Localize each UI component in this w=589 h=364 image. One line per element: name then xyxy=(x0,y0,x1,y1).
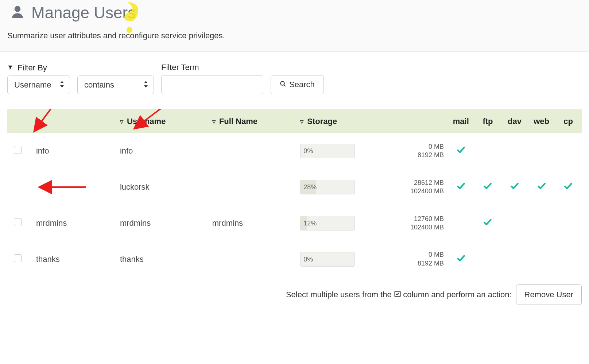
filter-term-label: Filter Term xyxy=(161,63,263,72)
storage-progress: 12% xyxy=(300,216,355,231)
account-cell: info xyxy=(32,133,116,169)
page-subtitle: Summarize user attributes and reconfigur… xyxy=(7,31,582,40)
account-cell: mrdmins xyxy=(32,205,116,241)
check-icon xyxy=(563,183,573,193)
username-cell[interactable]: info xyxy=(116,133,209,169)
storage-text: 12760 MB102400 MB xyxy=(372,215,444,232)
col-fullname[interactable]: ▽ Full Name xyxy=(209,109,297,133)
funnel-icon xyxy=(7,63,13,73)
filter-by-label: Filter By xyxy=(7,63,70,73)
col-web[interactable]: web xyxy=(528,109,555,133)
svc-cp-cell[interactable] xyxy=(555,133,582,169)
row-checkbox[interactable] xyxy=(14,218,22,226)
username-cell[interactable]: mrdmins xyxy=(116,205,209,241)
page-title: Manage Users xyxy=(31,4,136,22)
svc-ftp-cell[interactable] xyxy=(474,205,501,241)
svc-ftp-cell[interactable] xyxy=(474,169,501,205)
search-icon xyxy=(280,80,286,89)
checkbox-icon xyxy=(394,291,403,299)
svc-ftp-cell[interactable] xyxy=(474,133,501,169)
check-icon xyxy=(510,183,519,193)
svc-ftp-cell[interactable] xyxy=(474,241,501,277)
search-button[interactable]: Search xyxy=(271,75,324,94)
col-dav[interactable]: dav xyxy=(501,109,528,133)
svc-dav-cell[interactable] xyxy=(501,133,528,169)
table-row: luckorsk28%28612 MB102400 MB xyxy=(7,169,582,205)
col-mail[interactable]: mail xyxy=(447,109,474,133)
filter-op-select[interactable]: contains xyxy=(77,75,154,94)
storage-text: 0 MB8192 MB xyxy=(372,143,444,160)
svc-mail-cell[interactable] xyxy=(447,241,474,277)
fullname-cell: mrdmins xyxy=(209,205,297,241)
sort-triangle-icon: ▽ xyxy=(120,119,123,124)
fullname-cell xyxy=(209,133,297,169)
storage-text: 0 MB8192 MB xyxy=(372,251,444,268)
page-header: Manage Users Summarize user attributes a… xyxy=(0,0,589,52)
svc-dav-cell[interactable] xyxy=(501,169,528,205)
storage-text: 28612 MB102400 MB xyxy=(372,179,444,196)
col-storage[interactable]: ▽ Storage xyxy=(297,109,368,133)
svg-line-3 xyxy=(284,85,286,86)
check-icon xyxy=(537,183,546,193)
svg-point-0 xyxy=(15,6,21,12)
users-table-wrap: ▽ Username ▽ Full Name ▽ Storage mail ft… xyxy=(0,109,589,277)
row-checkbox[interactable] xyxy=(14,254,22,262)
check-icon xyxy=(456,147,466,156)
remove-user-button[interactable]: Remove User xyxy=(516,284,582,305)
svc-web-cell[interactable] xyxy=(528,169,555,205)
svc-cp-cell[interactable] xyxy=(555,241,582,277)
sort-triangle-icon: ▽ xyxy=(212,119,216,124)
storage-progress: 28% xyxy=(300,180,355,194)
user-icon xyxy=(10,4,25,21)
storage-progress: 0% xyxy=(300,144,355,158)
account-cell xyxy=(32,169,116,205)
storage-progress: 0% xyxy=(300,252,355,267)
svc-dav-cell[interactable] xyxy=(501,241,528,277)
svc-mail-cell[interactable] xyxy=(447,133,474,169)
username-cell[interactable]: luckorsk xyxy=(116,169,209,205)
check-icon xyxy=(483,220,492,229)
table-row: thanksthanks0%0 MB8192 MB xyxy=(7,241,582,277)
col-username[interactable]: ▽ Username xyxy=(116,109,209,133)
table-row: infoinfo0%0 MB8192 MB xyxy=(7,133,582,169)
svc-web-cell[interactable] xyxy=(528,133,555,169)
table-row: mrdminsmrdminsmrdmins12%12760 MB102400 M… xyxy=(7,205,582,241)
sort-triangle-icon: ▽ xyxy=(300,119,303,124)
svc-mail-cell[interactable] xyxy=(447,169,474,205)
table-header-row: ▽ Username ▽ Full Name ▽ Storage mail ft… xyxy=(7,109,582,133)
filter-bar: Filter By Username contains Filter Term xyxy=(0,52,589,100)
svg-point-2 xyxy=(280,81,284,85)
filter-term-input[interactable] xyxy=(161,75,263,94)
bulk-hint-text: Select multiple users from the column an… xyxy=(286,290,512,300)
check-icon xyxy=(456,256,466,265)
check-icon xyxy=(483,183,492,193)
svc-cp-cell[interactable] xyxy=(555,205,582,241)
filter-field-select[interactable]: Username xyxy=(7,75,70,94)
account-cell: thanks xyxy=(32,241,116,277)
svc-cp-cell[interactable] xyxy=(555,169,582,205)
check-icon xyxy=(456,183,466,193)
row-checkbox[interactable] xyxy=(14,146,22,154)
col-ftp[interactable]: ftp xyxy=(474,109,501,133)
fullname-cell xyxy=(209,241,297,277)
username-cell[interactable]: thanks xyxy=(116,241,209,277)
users-table: ▽ Username ▽ Full Name ▽ Storage mail ft… xyxy=(7,109,582,277)
bulk-action-footer: Select multiple users from the column an… xyxy=(0,277,589,316)
fullname-cell xyxy=(209,169,297,205)
svc-web-cell[interactable] xyxy=(528,241,555,277)
svc-web-cell[interactable] xyxy=(528,205,555,241)
svc-mail-cell[interactable] xyxy=(447,205,474,241)
svc-dav-cell[interactable] xyxy=(501,205,528,241)
col-cp[interactable]: cp xyxy=(555,109,582,133)
